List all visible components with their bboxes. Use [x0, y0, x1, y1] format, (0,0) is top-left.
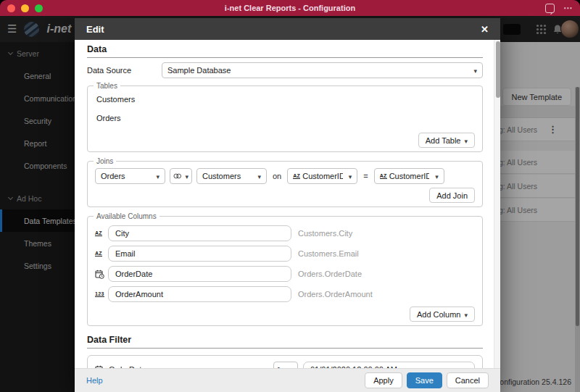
add-column-button[interactable]: Add Column [410, 306, 475, 322]
data-source-select[interactable]: Sample Database [162, 62, 483, 78]
section-divider [87, 348, 483, 349]
add-join-button[interactable]: Add Join [429, 188, 475, 203]
filter-field: OrderDate [95, 365, 273, 369]
string-type-icon: AZ [95, 251, 102, 257]
available-columns-fieldset: Available Columns AZ Customers.City AZ C… [87, 212, 483, 326]
screen: i-net Clear Reports - Configuration ⋯ ☰ … [0, 0, 580, 392]
column-name-input[interactable] [108, 246, 291, 262]
window-title: i-net Clear Reports - Configuration [0, 4, 580, 12]
column-source-label: Orders.OrderDate [298, 270, 362, 278]
table-item-customers[interactable]: Customers [96, 95, 475, 104]
column-name-input[interactable] [108, 286, 291, 302]
help-link[interactable]: Help [86, 376, 103, 385]
filter-group-box: OrderDate ≥ And ... [87, 355, 483, 368]
save-button[interactable]: Save [407, 372, 442, 388]
joins-fieldset: Joins Orders Customers [87, 157, 483, 207]
data-filter-heading: Data Filter [87, 335, 483, 345]
chevron-down-icon [254, 172, 261, 180]
data-source-row: Data Source Sample Database [87, 62, 483, 78]
column-row: Orders.OrderDate [95, 266, 475, 282]
joins-legend: Joins [94, 157, 116, 165]
join-on-label: on [273, 172, 281, 180]
string-type-icon: AZ [95, 230, 102, 237]
inner-join-icon [173, 172, 181, 180]
column-row: 123 Orders.OrderAmount [95, 286, 475, 302]
chevron-down-icon [460, 136, 468, 145]
chevron-down-icon [431, 172, 439, 180]
join-type-select[interactable] [170, 168, 192, 184]
column-source-label: Customers.City [298, 229, 352, 238]
apply-button[interactable]: Apply [365, 372, 402, 388]
datetime-type-icon [95, 270, 104, 279]
cancel-button[interactable]: Cancel [447, 372, 489, 388]
tables-fieldset: Tables Customers Orders Add Table [87, 82, 483, 152]
dialog-scrollbar-thumb[interactable] [496, 41, 500, 98]
chevron-down-icon [152, 172, 160, 180]
join-right-column-select[interactable]: AZ CustomerID [374, 168, 444, 184]
datetime-type-icon [95, 365, 104, 369]
window-panel-icon[interactable] [545, 4, 555, 13]
chevron-down-icon [181, 172, 188, 180]
dialog-scrollbar[interactable] [494, 40, 500, 368]
filter-field-label: OrderDate [109, 365, 146, 368]
column-name-input[interactable] [108, 225, 291, 241]
column-row: AZ Customers.City [95, 225, 475, 241]
column-name-input[interactable] [108, 266, 291, 282]
close-icon[interactable] [481, 25, 489, 34]
string-type-icon: AZ [293, 173, 300, 180]
string-type-icon: AZ [380, 173, 387, 180]
chevron-down-icon [470, 66, 477, 75]
column-source-label: Customers.Email [298, 249, 359, 258]
chevron-down-icon [286, 364, 294, 368]
data-section-heading: Data [87, 44, 483, 54]
dialog-footer: Help Apply Save Cancel [75, 368, 500, 392]
more-icon[interactable]: ⋯ [563, 3, 573, 13]
filter-operator-select[interactable]: ≥ [273, 362, 298, 368]
dialog-header: Edit [75, 18, 500, 40]
tables-legend: Tables [94, 82, 120, 90]
dialog-body: Data Data Source Sample Database Tables … [75, 40, 500, 368]
filter-value-input[interactable] [303, 362, 475, 368]
available-columns-legend: Available Columns [94, 212, 160, 220]
section-divider [87, 57, 483, 58]
edit-dialog: Edit Data Data Source Sample Database Ta… [75, 18, 500, 392]
column-row: AZ Customers.Email [95, 246, 475, 262]
data-source-label: Data Source [87, 66, 162, 75]
chevron-down-icon [345, 172, 352, 180]
join-equals-label: = [363, 172, 368, 180]
dialog-title: Edit [86, 24, 104, 35]
add-table-button[interactable]: Add Table [418, 133, 475, 148]
number-type-icon: 123 [95, 291, 104, 298]
chevron-down-icon [460, 310, 468, 319]
table-item-orders[interactable]: Orders [96, 114, 475, 122]
join-left-column-select[interactable]: AZ CustomerID [287, 168, 357, 184]
join-left-table-select[interactable]: Orders [95, 168, 165, 184]
window-titlebar: i-net Clear Reports - Configuration ⋯ [0, 0, 580, 16]
column-source-label: Orders.OrderAmount [298, 290, 373, 299]
join-right-table-select[interactable]: Customers [196, 168, 267, 184]
